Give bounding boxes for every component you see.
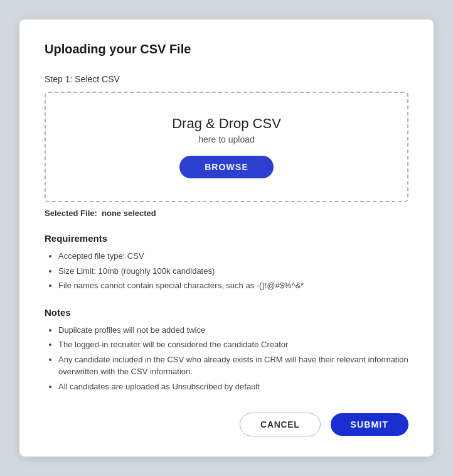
list-item: Size Limit: 10mb (roughly 100k candidate… <box>58 265 408 278</box>
notes-list: Duplicate profiles will not be added twi… <box>45 324 408 393</box>
dropzone[interactable]: Drag & Drop CSV here to upload BROWSE <box>45 92 408 202</box>
notes-title: Notes <box>45 307 408 318</box>
modal-footer: CANCEL SUBMIT <box>45 413 408 436</box>
requirements-list: Accepted file type: CSV Size Limit: 10mb… <box>45 250 408 292</box>
list-item: Duplicate profiles will not be added twi… <box>58 324 408 337</box>
dropzone-title: Drag & Drop CSV <box>172 116 281 132</box>
upload-modal: Uploading your CSV File Step 1: Select C… <box>19 19 434 457</box>
step1-label: Step 1: Select CSV <box>45 74 408 84</box>
browse-button[interactable]: BROWSE <box>179 156 274 178</box>
selected-file-value: none selected <box>102 208 156 218</box>
list-item: Any candidate included in the CSV who al… <box>58 354 408 378</box>
list-item: All candidates are uploaded as Unsubscri… <box>58 381 408 393</box>
selected-file-label: Selected File: <box>45 208 97 218</box>
cancel-button[interactable]: CANCEL <box>240 413 321 436</box>
selected-file-line: Selected File: none selected <box>45 208 408 218</box>
requirements-title: Requirements <box>45 233 408 244</box>
submit-button[interactable]: SUBMIT <box>331 413 408 436</box>
list-item: File names cannot contain special charac… <box>58 279 408 292</box>
modal-title: Uploading your CSV File <box>45 42 408 57</box>
list-item: The logged-in recruiter will be consider… <box>58 338 408 351</box>
dropzone-subtitle: here to upload <box>198 134 255 144</box>
list-item: Accepted file type: CSV <box>58 250 408 262</box>
